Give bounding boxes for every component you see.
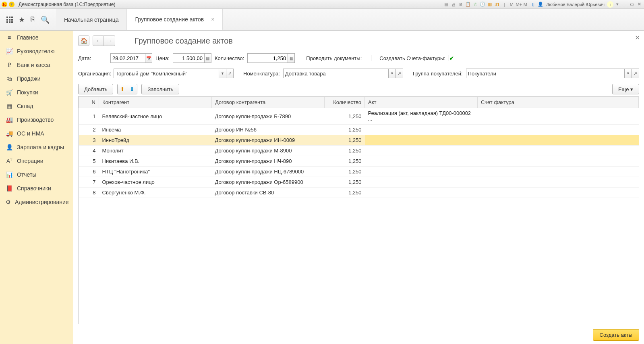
info-icon[interactable]: i	[607, 1, 613, 8]
cell[interactable]: 1,250	[325, 125, 365, 135]
cell[interactable]	[365, 125, 478, 135]
cell[interactable]	[478, 156, 639, 167]
cell[interactable]: 1,250	[325, 188, 365, 198]
m-minus-icon[interactable]: M-	[523, 1, 529, 8]
cell[interactable]	[365, 135, 478, 146]
org-combo-arrow-icon[interactable]: ▼	[219, 69, 226, 78]
cell[interactable]: 1,250	[325, 177, 365, 188]
cell[interactable]	[478, 146, 639, 156]
cell[interactable]: 3	[79, 135, 99, 146]
calc-icon[interactable]: ▥	[487, 1, 493, 8]
sidebar-item[interactable]: ⚙Администрирование	[0, 195, 73, 209]
home-button[interactable]: 🏠	[78, 35, 89, 46]
sidebar-item[interactable]: 👤Зарплата и кадры	[0, 140, 73, 154]
cell[interactable]: 4	[79, 146, 99, 156]
cell[interactable]	[365, 177, 478, 188]
sidebar-item[interactable]: 🚚ОС и НМА	[0, 127, 73, 140]
col-sf[interactable]: Счет фактура	[478, 97, 639, 108]
cell[interactable]: Договор купли-продажи ИН-0009	[212, 135, 325, 146]
invoice-checkbox[interactable]	[449, 55, 455, 61]
cell[interactable]: Инвема	[99, 125, 212, 135]
cell[interactable]: 8	[79, 188, 99, 198]
print-icon[interactable]: 🖨	[450, 1, 457, 8]
forward-button[interactable]: →	[104, 35, 115, 46]
panel-icon[interactable]: ▯	[530, 1, 536, 8]
more-button[interactable]: Еще ▾	[612, 84, 639, 94]
col-contract[interactable]: Договор контрагента	[212, 97, 325, 108]
price-input[interactable]	[173, 53, 204, 63]
group-combo-open-icon[interactable]: ↗	[632, 69, 639, 78]
cell[interactable]: Договор купли-продажи НЧ-890	[212, 156, 325, 167]
data-grid[interactable]: N Контрагент Договор контрагента Количес…	[78, 96, 639, 324]
cell[interactable]: Договор поставки СВ-80	[212, 188, 325, 198]
sidebar-item[interactable]: ▦Склад	[0, 99, 73, 113]
calendar-picker-icon[interactable]: 📅	[145, 53, 152, 63]
cell[interactable]	[365, 146, 478, 156]
cell[interactable]: Договор купли-продажи М-8900	[212, 146, 325, 156]
cell[interactable]: Договор купли-продажи НЦ-6789000	[212, 167, 325, 177]
cell[interactable]: 1,250	[325, 167, 365, 177]
cell[interactable]: ИнноТрейд	[99, 135, 212, 146]
cell[interactable]: 1,250	[325, 135, 365, 146]
page-close-button[interactable]: ✕	[635, 34, 640, 42]
sidebar-item[interactable]: 📈Руководителю	[0, 44, 73, 58]
cell[interactable]: Реализация (акт, накладная) ТД00-000002 …	[365, 108, 478, 125]
fill-button[interactable]: Заполнить	[141, 84, 179, 94]
table-row[interactable]: 4МонолитДоговор купли-продажи М-89001,25…	[79, 146, 639, 156]
cell[interactable]	[478, 188, 639, 198]
cell[interactable]	[365, 188, 478, 198]
apps-icon[interactable]	[6, 17, 13, 23]
cell[interactable]: Договор купли-продажи Ор-6589900	[212, 177, 325, 188]
group-combo[interactable]: Покупатели	[466, 69, 625, 78]
add-button[interactable]: Добавить	[78, 84, 113, 94]
table-row[interactable]: 7Орехов-частное лицоДоговор купли-продаж…	[79, 177, 639, 188]
nomen-combo-open-icon[interactable]: ↗	[396, 69, 403, 78]
cell[interactable]: НТЦ "Нанотроника"	[99, 167, 212, 177]
minimize-button[interactable]: —	[621, 2, 628, 7]
table-row[interactable]: 6НТЦ "Нанотроника"Договор купли-продажи …	[79, 167, 639, 177]
star-icon[interactable]: ★	[19, 15, 25, 24]
back-button[interactable]: ←	[93, 35, 104, 46]
table-row[interactable]: 2ИнвемаДоговор ИН №561,250	[79, 125, 639, 135]
move-down-button[interactable]: ⬇	[127, 84, 137, 94]
m-icon[interactable]: M	[508, 1, 515, 8]
cell[interactable]: Договор купли-продажи Б-7890	[212, 108, 325, 125]
org-combo[interactable]: Торговый дом "Комплексный"	[114, 69, 219, 78]
cell[interactable]: 7	[79, 177, 99, 188]
cell[interactable]: Монолит	[99, 146, 212, 156]
sidebar-item[interactable]: 🛍Продажи	[0, 72, 73, 85]
dropdown2-icon[interactable]: ▾	[614, 1, 621, 8]
cell[interactable]	[478, 125, 639, 135]
cell[interactable]	[478, 177, 639, 188]
date-input[interactable]	[110, 53, 145, 63]
table-row[interactable]: 1Белявский-частное лицоДоговор купли-про…	[79, 108, 639, 125]
calendar-icon[interactable]: 31	[494, 1, 500, 8]
tab-close-icon[interactable]: ×	[211, 16, 214, 23]
cell[interactable]	[478, 108, 639, 125]
cell[interactable]: 1,250	[325, 146, 365, 156]
sidebar-item[interactable]: 📊Отчеты	[0, 168, 73, 181]
create-acts-button[interactable]: Создать акты	[593, 329, 639, 341]
qty-calc-icon[interactable]: ▦	[288, 53, 295, 63]
cell[interactable]: 6	[79, 167, 99, 177]
org-combo-open-icon[interactable]: ↗	[226, 69, 234, 78]
clipboard-icon[interactable]: 📋	[465, 1, 471, 8]
cell[interactable]	[365, 167, 478, 177]
price-calc-icon[interactable]: ▦	[204, 53, 211, 63]
m-plus-icon[interactable]: M+	[516, 1, 522, 8]
tab[interactable]: Групповое создание актов×	[127, 9, 223, 30]
cell[interactable]: 1,250	[325, 156, 365, 167]
table-row[interactable]: 8Свергуненко М.Ф.Договор поставки СВ-801…	[79, 188, 639, 198]
cell[interactable]	[478, 167, 639, 177]
nomen-combo-arrow-icon[interactable]: ▼	[389, 69, 396, 78]
cell[interactable]	[478, 135, 639, 146]
nomen-combo[interactable]: Доставка товара	[283, 69, 389, 78]
cell[interactable]: Свергуненко М.Ф.	[99, 188, 212, 198]
sidebar-item[interactable]: ₽Банк и касса	[0, 58, 73, 72]
task-icon[interactable]: ⎘	[31, 15, 35, 24]
sidebar-item[interactable]: 🛒Покупки	[0, 85, 73, 99]
cell[interactable]: 2	[79, 125, 99, 135]
sidebar-item[interactable]: AᵀОперации	[0, 154, 73, 168]
col-akt[interactable]: Акт	[365, 97, 478, 108]
cell[interactable]	[365, 156, 478, 167]
